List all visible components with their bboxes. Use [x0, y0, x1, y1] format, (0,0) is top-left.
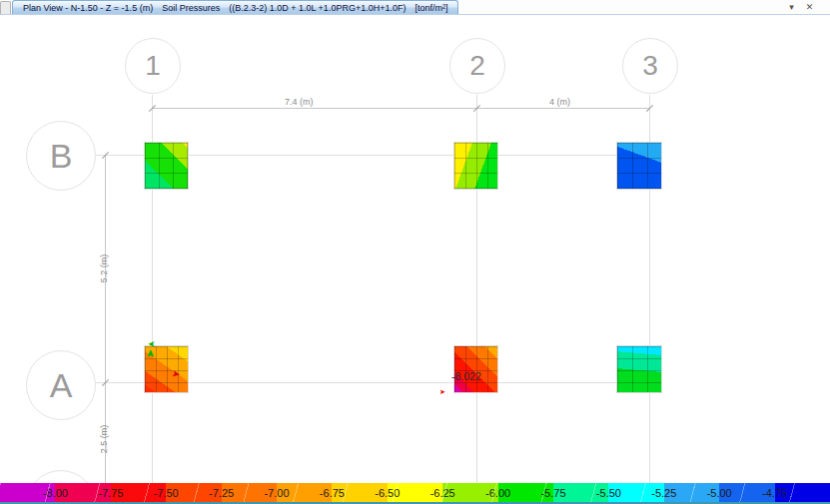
- grid-bubble-A: A: [26, 350, 96, 420]
- grid-bubble-label: B: [50, 137, 73, 176]
- tab-close-icon[interactable]: ✕: [803, 1, 816, 13]
- plan-view-tab[interactable]: Plan View - N-1.50 - Z = -1.5 (m) Soil P…: [12, 0, 458, 14]
- tab-load-combo: ((B.2.3-2) 1.0D + 1.0L +1.0PRG+1.0H+1.0F…: [229, 3, 406, 13]
- legend-tick-label: -7.50: [154, 487, 179, 499]
- stub-tab[interactable]: [0, 1, 11, 14]
- dimension-line-horizontal: [152, 108, 649, 109]
- dimension-label-span-A-C: 2.5 (m): [99, 425, 109, 454]
- tab-strip: Plan View - N-1.50 - Z = -1.5 (m) Soil P…: [0, 0, 830, 15]
- legend-tick-label: -8.00: [43, 487, 68, 499]
- pressure-patch-B3[interactable]: [616, 142, 662, 190]
- pressure-patch-A3[interactable]: [616, 345, 662, 393]
- local-axis-arrow-icon: ➤: [148, 339, 156, 348]
- grid-bubble-label: A: [50, 366, 73, 405]
- grid-bubble-label: 2: [469, 50, 485, 82]
- grid-bubble-label: 1: [145, 50, 161, 82]
- legend-tick-label: -5.00: [707, 487, 732, 499]
- plan-view-window: Plan View - N-1.50 - Z = -1.5 (m) Soil P…: [0, 0, 830, 504]
- legend-tick-label: -5.50: [596, 487, 621, 499]
- grid-bubble-B: B: [26, 121, 96, 191]
- legend-tick-label: -7.00: [264, 487, 289, 499]
- dimension-label-span-B-A: 5.2 (m): [99, 254, 109, 283]
- pressure-patch-B2[interactable]: [453, 142, 498, 190]
- legend-tick-label: -4.75: [762, 487, 787, 499]
- dimension-label-span-2-3: 4 (m): [549, 97, 570, 107]
- grid-bubble-2: 2: [449, 38, 505, 94]
- tab-dropdown-caret-icon[interactable]: ▾: [785, 1, 798, 13]
- pressure-patch-B1[interactable]: [144, 142, 189, 190]
- legend-tick-label: -6.75: [320, 487, 345, 499]
- grid-bubble-3: 3: [622, 38, 678, 94]
- pressure-legend-bar: -8.00-7.75-7.50-7.25-7.00-6.75-6.50-6.25…: [0, 483, 830, 502]
- tab-strip-divider: [0, 14, 830, 15]
- grid-bubble-1: 1: [125, 38, 181, 94]
- max-pressure-value: -8.022: [451, 370, 481, 382]
- legend-tick-label: -6.50: [375, 487, 400, 499]
- legend-tick-label: -7.75: [98, 487, 123, 499]
- dimension-label-span-1-2: 7.4 (m): [285, 97, 314, 107]
- local-axis-arrow-icon: ➤: [439, 388, 445, 395]
- tab-result-type: Soil Pressures: [162, 3, 220, 13]
- legend-tick-label: -6.00: [485, 487, 510, 499]
- tab-view-title: Plan View - N-1.50 - Z = -1.5 (m): [23, 3, 153, 13]
- legend-tick-label: -7.25: [209, 487, 234, 499]
- pressure-patch-A2[interactable]: [453, 345, 498, 393]
- local-axis-arrow-icon: ➤: [145, 349, 156, 358]
- grid-bubble-label: 3: [642, 50, 658, 82]
- tab-unit: [tonf/m²]: [415, 3, 447, 13]
- legend-tick-label: -6.25: [430, 487, 455, 499]
- legend-tick-label: -5.75: [540, 487, 565, 499]
- legend-tick-label: -5.25: [651, 487, 676, 499]
